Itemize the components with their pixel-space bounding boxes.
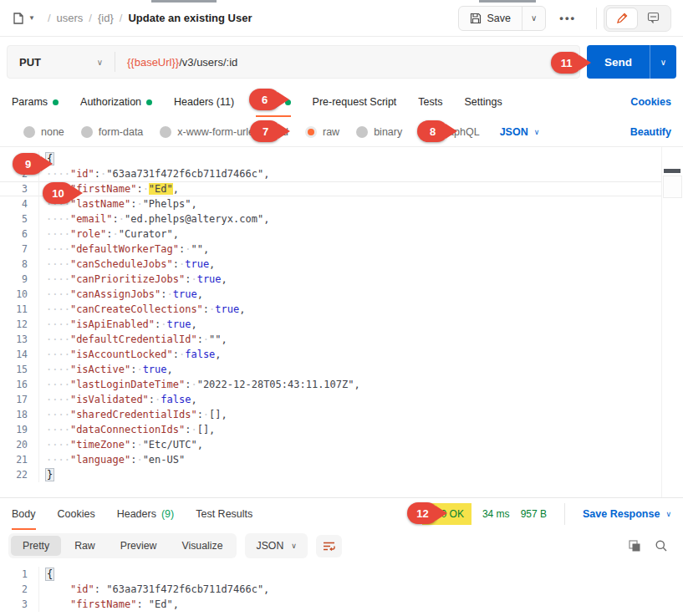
tab-authorization[interactable]: Authorization	[80, 87, 152, 117]
line-number: 12	[0, 317, 38, 332]
code-content: {	[38, 567, 683, 582]
response-toolbar-right	[628, 539, 675, 552]
code-token: ""	[191, 243, 202, 255]
code-token: "id"	[70, 583, 94, 595]
send-split-button: Send ∨	[587, 45, 676, 79]
code-token: ·	[136, 364, 142, 375]
chevron-down-icon: ∨	[97, 58, 103, 67]
line-number: 1	[0, 567, 38, 582]
line-number: 17	[0, 392, 38, 407]
tab-label: Body	[12, 508, 36, 520]
wrap-lines-button[interactable]	[316, 535, 342, 557]
url-input[interactable]: {{baseUrl}}/v3/users/:id	[115, 56, 249, 69]
code-token: true	[167, 318, 191, 330]
method-select[interactable]: PUT ∨	[8, 56, 115, 69]
code-token: ·	[113, 228, 119, 240]
code-token: "isActive"	[70, 364, 130, 375]
save-split-button: Save ∨	[458, 6, 547, 31]
code-line: 18····"sharedCredentialIds":·[],	[0, 407, 683, 422]
cookies-link[interactable]: Cookies	[630, 96, 671, 108]
breadcrumb-id[interactable]: {id}	[98, 12, 114, 24]
chevron-down-icon: ▼	[28, 14, 35, 22]
body-type-none[interactable]: none	[23, 126, 64, 138]
response-body-editor[interactable]: 1{2 "id": "63aa731f472f6cb711d7466c",3 "…	[0, 562, 683, 616]
response-tab-headers[interactable]: Headers (9)	[117, 498, 175, 530]
send-button[interactable]: Send	[587, 45, 650, 79]
code-token: ····	[46, 333, 70, 345]
tab-params[interactable]: Params	[12, 87, 59, 117]
code-token: ····	[46, 424, 70, 435]
code-line: 8····"canScheduleJobs":·true,	[0, 257, 683, 272]
code-line: 3····"firstName":·"Ed",	[0, 181, 683, 196]
view-preview[interactable]: Preview	[109, 536, 169, 556]
code-token: true	[215, 303, 239, 315]
save-response-button[interactable]: Save Response ∨	[583, 508, 671, 520]
tab-tests[interactable]: Tests	[418, 87, 442, 117]
method-value: PUT	[19, 56, 41, 69]
body-type-binary[interactable]: binary	[356, 126, 402, 138]
body-type-label: binary	[374, 126, 402, 138]
view-visualize[interactable]: Visualize	[170, 536, 234, 556]
code-token: true	[185, 258, 209, 270]
copy-icon[interactable]	[628, 539, 641, 552]
scrollbar-thumb[interactable]	[663, 176, 682, 198]
response-tab-cookies[interactable]: Cookies	[58, 498, 95, 530]
response-meta: 200 OK 34 ms 957 B Save Response ∨	[422, 503, 671, 525]
save-button[interactable]: Save	[459, 7, 522, 30]
code-token: ,	[203, 243, 209, 255]
search-icon[interactable]	[655, 539, 668, 552]
code-content: ····"email":·"ed.phelps@alteryx.com",	[38, 211, 683, 227]
edit-mode-button[interactable]	[606, 8, 638, 29]
code-line: 14····"isAccountLocked":·false,	[0, 347, 683, 362]
request-type-dropdown[interactable]: ▼	[12, 12, 35, 25]
code-content: ····"canScheduleJobs":·true,	[38, 257, 683, 272]
line-number: 3	[0, 181, 38, 196]
code-content: }	[38, 467, 683, 482]
view-pretty[interactable]: Pretty	[11, 536, 61, 556]
code-token: :	[94, 583, 106, 595]
comments-button[interactable]	[638, 8, 669, 29]
save-options-button[interactable]: ∨	[522, 7, 545, 30]
code-token: ····	[46, 228, 70, 240]
line-number: 18	[0, 407, 38, 422]
breadcrumb-users[interactable]: users	[57, 12, 84, 24]
pencil-icon	[616, 13, 628, 24]
save-button-label: Save	[487, 13, 512, 24]
send-options-button[interactable]: ∨	[650, 45, 676, 79]
code-token: "63aa731f472f6cb711d7466c"	[106, 583, 263, 595]
code-token: ····	[46, 439, 70, 451]
code-token: ·	[136, 439, 142, 451]
more-options-button[interactable]: •••	[551, 7, 584, 29]
save-response-label: Save Response	[583, 508, 660, 520]
radio-icon	[23, 126, 35, 138]
code-token: "isValidated"	[70, 394, 149, 405]
tab-headers-11[interactable]: Headers (11)	[174, 87, 234, 117]
view-raw[interactable]: Raw	[63, 536, 107, 556]
breadcrumb-separator: /	[48, 12, 51, 24]
code-token: ····	[46, 394, 70, 405]
response-size: 957 B	[521, 508, 547, 520]
body-type-raw[interactable]: raw	[305, 126, 339, 138]
response-tab-body[interactable]: Body	[12, 498, 36, 530]
response-format-select[interactable]: JSON ∨	[245, 533, 307, 558]
code-line: 13····"defaultCredentialId":·"",	[0, 332, 683, 347]
request-body-editor[interactable]: 1{2····"id":·"63aa731f472f6cb711d7466c",…	[0, 147, 683, 497]
line-number: 20	[0, 437, 38, 452]
code-line: 15····"isActive":·true,	[0, 362, 683, 377]
response-view-switcher: PrettyRawPreviewVisualize	[8, 533, 237, 558]
editor-scrollbar[interactable]	[661, 147, 683, 497]
code-line: 6····"role":·"Curator",	[0, 227, 683, 242]
code-token: ·	[143, 183, 149, 195]
body-format-select[interactable]: JSON ∨	[500, 126, 540, 138]
code-token: }	[46, 469, 54, 481]
code-token: "ed.phelps@alteryx.com"	[125, 213, 263, 225]
code-line: 20····"timeZone":·"Etc/UTC",	[0, 437, 683, 452]
beautify-link[interactable]: Beautify	[630, 126, 671, 138]
tab-pre-request-script[interactable]: Pre-request Script	[313, 87, 397, 117]
green-dot	[53, 99, 59, 105]
tab-settings[interactable]: Settings	[465, 87, 502, 117]
response-tab-test-results[interactable]: Test Results	[196, 498, 252, 530]
code-line: 21····"language":·"en-US"	[0, 452, 683, 467]
body-type-form-data[interactable]: form-data	[81, 126, 144, 138]
line-number: 6	[0, 227, 38, 242]
